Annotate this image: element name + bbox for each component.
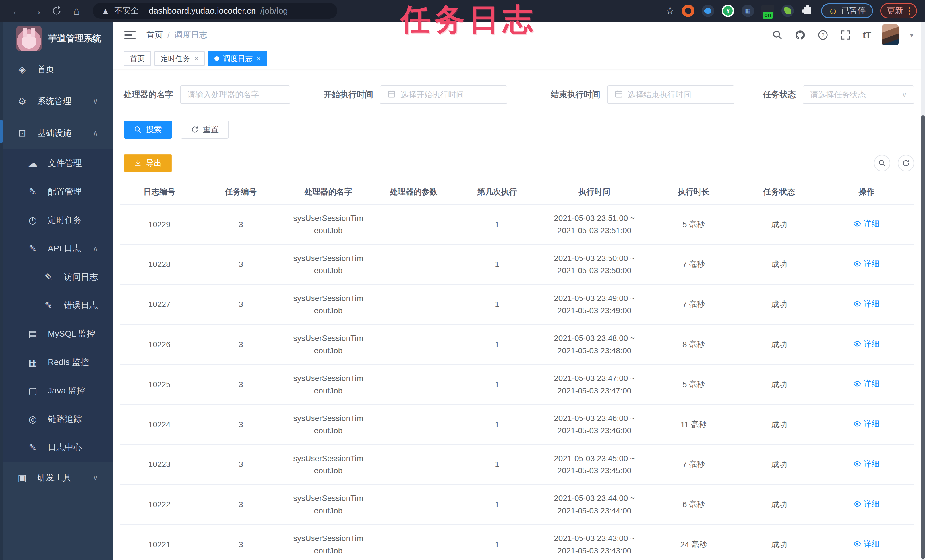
sidebar-item-home[interactable]: ◈首页 [0, 53, 113, 85]
cell-job-id: 3 [199, 445, 282, 485]
eye-icon [853, 340, 861, 348]
detail-link[interactable]: 详细 [853, 498, 880, 510]
tab-首页[interactable]: 首页 [124, 51, 151, 66]
emoji-face-icon: ☺ [828, 6, 838, 16]
browser-reload-icon[interactable] [48, 2, 65, 20]
sidebar-scrollbar-thumb[interactable] [0, 120, 3, 143]
table-header-row: 日志编号任务编号处理器的名字处理器的参数第几次执行执行时间执行时长任务状态操作 [120, 180, 914, 205]
sidebar-item-dev-tools[interactable]: ▣研发工具∨ [0, 462, 113, 494]
sidebar-item-java-monitor[interactable]: ▢Java 监控 [0, 376, 113, 405]
switch-extension-icon[interactable]: on [761, 5, 774, 17]
help-icon[interactable]: ? [817, 29, 829, 41]
sidebar-item-label: 研发工具 [37, 472, 71, 483]
eye-icon [853, 540, 861, 548]
close-icon[interactable]: × [256, 54, 261, 63]
leaf-extension-icon[interactable] [781, 5, 794, 17]
page-scrollbar-thumb[interactable] [921, 115, 925, 559]
app-logo-row[interactable]: 芋道管理系统 [0, 22, 113, 52]
sidebar-item-label: 文件管理 [48, 158, 82, 169]
log-icon: ✎ [42, 300, 55, 311]
detail-link[interactable]: 详细 [853, 338, 880, 350]
sidebar-item-redis-monitor[interactable]: ▦Redis 监控 [0, 348, 113, 376]
browser-back-icon[interactable]: ← [8, 2, 26, 20]
table-row: 10229 3 sysUserSessionTimeoutJob 1 2021-… [120, 205, 914, 244]
sidebar-item-label: API 日志 [48, 243, 81, 254]
detail-link[interactable]: 详细 [853, 378, 880, 390]
export-button[interactable]: 导出 [124, 154, 172, 172]
tab-调度日志[interactable]: 调度日志× [208, 51, 267, 66]
toggle-search-icon[interactable] [874, 155, 890, 172]
sidebar-item-file-management[interactable]: ☁文件管理 [0, 149, 113, 178]
reset-button[interactable]: 重置 [181, 120, 229, 139]
detail-link[interactable]: 详细 [853, 458, 880, 470]
cell-log-id: 10229 [120, 205, 199, 244]
green-check-extension-icon[interactable]: Y [722, 5, 734, 17]
cell-status: 成功 [739, 524, 819, 560]
sidebar-scrollbar-track [0, 22, 3, 560]
cloud-upload-icon: ☁ [26, 158, 39, 169]
end-time-input-wrap [607, 85, 735, 104]
browser-forward-icon[interactable]: → [28, 2, 45, 20]
drop-extension-icon[interactable] [702, 5, 714, 17]
breadcrumb-home[interactable]: 首页 [146, 29, 163, 41]
hamburger-menu-icon[interactable] [124, 31, 136, 39]
close-icon[interactable]: × [194, 54, 199, 63]
sidebar-item-access-logs[interactable]: ✎访问日志 [0, 263, 113, 291]
sidebar-item-scheduled-tasks[interactable]: ◷定时任务 [0, 206, 113, 234]
user-avatar[interactable] [882, 24, 899, 45]
screen-icon: ▢ [26, 385, 39, 396]
cell-duration: 5 毫秒 [648, 364, 739, 405]
fullscreen-icon[interactable] [840, 29, 851, 41]
sidebar-item-infrastructure[interactable]: ⊡基础设施∧ [0, 117, 113, 149]
sidebar-item-label: 系统管理 [37, 95, 71, 107]
address-bar[interactable]: ▲ 不安全 dashboard.yudao.iocoder.cn/job/log [93, 3, 337, 19]
grid-extension-icon[interactable]: ▦ [741, 5, 754, 17]
browser-update-button[interactable]: 更新 [880, 3, 917, 18]
cell-exec-index: 1 [453, 285, 541, 325]
detail-link[interactable]: 详细 [853, 217, 880, 230]
paused-extension-badge[interactable]: ☺ 已暂停 [821, 3, 873, 18]
gear-icon: ⚙ [16, 96, 29, 107]
tab-定时任务[interactable]: 定时任务× [154, 51, 205, 66]
cell-status: 成功 [739, 285, 819, 325]
sidebar-item-log-center[interactable]: ✎日志中心 [0, 433, 113, 462]
bookmark-star-icon[interactable]: ☆ [665, 5, 675, 17]
sidebar-item-mysql-monitor[interactable]: ▤MySQL 监控 [0, 319, 113, 348]
cell-handler-param [374, 524, 453, 560]
puzzle-extensions-icon[interactable] [801, 5, 814, 17]
cell-exec-index: 1 [453, 405, 541, 445]
sidebar-item-config-management[interactable]: ✎配置管理 [0, 178, 113, 206]
cell-action: 详细 [819, 324, 914, 364]
github-icon[interactable] [794, 29, 806, 41]
cell-status: 成功 [739, 445, 819, 485]
detail-link[interactable]: 详细 [853, 257, 880, 270]
browser-home-icon[interactable]: ⌂ [68, 2, 85, 20]
end-time-input[interactable] [628, 90, 727, 99]
detail-link[interactable]: 详细 [853, 298, 880, 310]
column-header-5: 执行时间 [541, 180, 648, 205]
begin-time-input-wrap [380, 85, 507, 104]
chevron-down-icon[interactable]: ▾ [910, 31, 914, 39]
cell-handler-name: sysUserSessionTimeoutJob [283, 244, 374, 285]
begin-time-input[interactable] [400, 90, 500, 99]
cell-exec-time: 2021-05-03 23:48:00 ~2021-05-03 23:48:00 [541, 324, 648, 364]
eye-icon [853, 420, 861, 428]
sidebar-item-system-management[interactable]: ⚙系统管理∨ [0, 85, 113, 117]
font-size-icon[interactable]: tT [863, 30, 871, 41]
browser-menu-icon[interactable] [908, 6, 910, 15]
sidebar-item-error-logs[interactable]: ✎错误日志 [0, 291, 113, 319]
handler-name-input[interactable] [187, 90, 283, 99]
sidebar-item-trace[interactable]: ◎链路追踪 [0, 405, 113, 433]
detail-link[interactable]: 详细 [853, 538, 880, 550]
sidebar-item-api-logs[interactable]: ✎API 日志∧ [0, 234, 113, 263]
cell-handler-name: sysUserSessionTimeoutJob [283, 485, 374, 524]
search-icon[interactable] [772, 29, 783, 41]
sidebar-item-label: 首页 [37, 64, 54, 75]
adblock-extension-icon[interactable] [682, 5, 695, 17]
search-button[interactable]: 搜索 [124, 120, 172, 139]
cell-job-id: 3 [199, 364, 282, 405]
detail-link[interactable]: 详细 [853, 418, 880, 430]
security-label: 不安全 [114, 5, 139, 17]
status-select[interactable]: 请选择任务状态 ∨ [803, 85, 914, 104]
refresh-icon[interactable] [898, 155, 914, 172]
